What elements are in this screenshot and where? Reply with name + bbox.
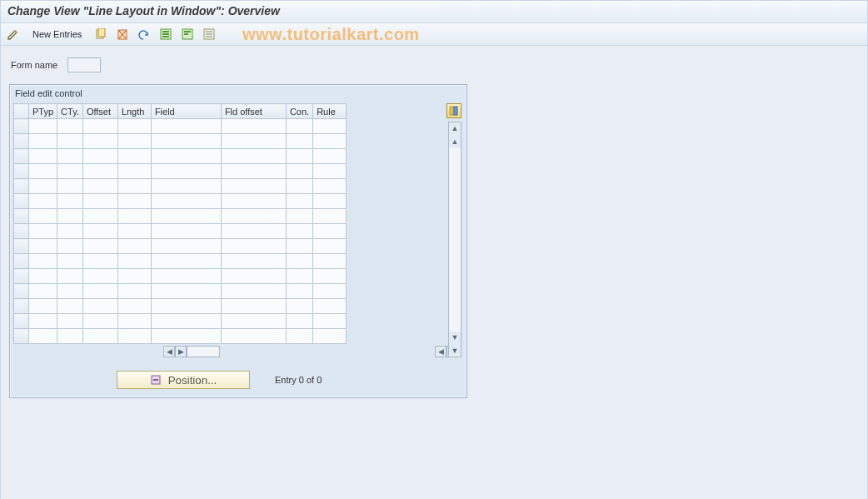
grid-cell[interactable] — [313, 149, 347, 164]
scroll-down-icon[interactable]: ▼ — [449, 345, 461, 357]
column-header[interactable]: Lngth — [117, 104, 151, 119]
row-selector[interactable] — [14, 224, 29, 239]
grid-cell[interactable] — [151, 329, 221, 344]
row-selector[interactable] — [14, 119, 29, 134]
grid-cell[interactable] — [29, 254, 57, 269]
grid-cell[interactable] — [313, 209, 347, 224]
column-header[interactable]: PTyp — [29, 104, 57, 119]
grid-cell[interactable] — [117, 164, 151, 179]
grid-cell[interactable] — [313, 224, 347, 239]
row-selector[interactable] — [14, 209, 29, 224]
field-edit-grid[interactable]: PTypCTy.OffsetLngthFieldFld offsetCon.Ru… — [13, 103, 347, 344]
row-selector[interactable] — [14, 194, 29, 209]
grid-cell[interactable] — [313, 284, 347, 299]
grid-cell[interactable] — [82, 224, 117, 239]
grid-cell[interactable] — [82, 239, 117, 254]
grid-cell[interactable] — [57, 209, 83, 224]
vertical-scrollbar[interactable]: ▲ ▲ ▼ ▼ — [448, 122, 461, 357]
grid-cell[interactable] — [313, 164, 347, 179]
grid-cell[interactable] — [29, 269, 57, 284]
grid-cell[interactable] — [117, 179, 151, 194]
new-entries-button[interactable]: New Entries — [27, 27, 87, 41]
grid-cell[interactable] — [82, 314, 117, 329]
grid-cell[interactable] — [57, 254, 83, 269]
grid-cell[interactable] — [221, 194, 286, 209]
grid-cell[interactable] — [151, 194, 221, 209]
grid-cell[interactable] — [313, 179, 347, 194]
position-button[interactable]: Position... — [117, 371, 250, 389]
grid-cell[interactable] — [151, 164, 221, 179]
deselect-all-icon[interactable] — [202, 27, 217, 42]
grid-cell[interactable] — [29, 149, 57, 164]
row-selector[interactable] — [14, 254, 29, 269]
grid-cell[interactable] — [221, 284, 286, 299]
grid-cell[interactable] — [117, 149, 151, 164]
grid-cell[interactable] — [286, 269, 312, 284]
grid-cell[interactable] — [57, 329, 83, 344]
grid-cell[interactable] — [313, 329, 347, 344]
grid-cell[interactable] — [286, 224, 312, 239]
grid-cell[interactable] — [151, 254, 221, 269]
row-selector[interactable] — [14, 269, 29, 284]
hscroll-left-icon[interactable]: ◀ — [163, 346, 175, 357]
grid-cell[interactable] — [221, 254, 286, 269]
grid-cell[interactable] — [29, 194, 57, 209]
select-block-icon[interactable] — [180, 27, 195, 42]
grid-cell[interactable] — [57, 239, 83, 254]
grid-cell[interactable] — [221, 149, 286, 164]
grid-cell[interactable] — [286, 134, 312, 149]
grid-corner[interactable] — [14, 104, 29, 119]
table-settings-icon[interactable] — [446, 103, 461, 118]
column-header[interactable]: Field — [151, 104, 221, 119]
grid-cell[interactable] — [151, 179, 221, 194]
scroll-up-icon[interactable]: ▲ — [449, 122, 461, 134]
grid-cell[interactable] — [29, 164, 57, 179]
select-all-icon[interactable] — [158, 27, 173, 42]
row-selector[interactable] — [14, 149, 29, 164]
table-row[interactable] — [14, 209, 347, 224]
grid-cell[interactable] — [82, 194, 117, 209]
grid-cell[interactable] — [313, 119, 347, 134]
grid-cell[interactable] — [151, 314, 221, 329]
grid-cell[interactable] — [151, 239, 221, 254]
grid-cell[interactable] — [29, 209, 57, 224]
column-header[interactable]: Rule — [313, 104, 347, 119]
column-header[interactable]: Fld offset — [221, 104, 286, 119]
grid-cell[interactable] — [29, 314, 57, 329]
grid-cell[interactable] — [151, 134, 221, 149]
grid-cell[interactable] — [313, 299, 347, 314]
grid-cell[interactable] — [117, 134, 151, 149]
grid-cell[interactable] — [29, 239, 57, 254]
grid-cell[interactable] — [82, 254, 117, 269]
table-row[interactable] — [14, 134, 347, 149]
grid-cell[interactable] — [29, 179, 57, 194]
grid-cell[interactable] — [221, 209, 286, 224]
grid-cell[interactable] — [29, 284, 57, 299]
table-row[interactable] — [14, 329, 347, 344]
grid-cell[interactable] — [313, 239, 347, 254]
grid-cell[interactable] — [82, 119, 117, 134]
table-row[interactable] — [14, 239, 347, 254]
hscroll-track-left[interactable] — [187, 346, 220, 357]
grid-cell[interactable] — [57, 224, 83, 239]
table-row[interactable] — [14, 284, 347, 299]
grid-cell[interactable] — [57, 134, 83, 149]
grid-cell[interactable] — [82, 134, 117, 149]
grid-cell[interactable] — [117, 314, 151, 329]
grid-cell[interactable] — [82, 149, 117, 164]
grid-cell[interactable] — [286, 119, 312, 134]
hscroll-right-icon[interactable]: ▶ — [175, 346, 187, 357]
grid-cell[interactable] — [117, 269, 151, 284]
row-selector[interactable] — [14, 134, 29, 149]
grid-cell[interactable] — [151, 284, 221, 299]
grid-cell[interactable] — [221, 119, 286, 134]
grid-cell[interactable] — [286, 299, 312, 314]
grid-cell[interactable] — [286, 194, 312, 209]
grid-cell[interactable] — [313, 194, 347, 209]
grid-cell[interactable] — [117, 254, 151, 269]
row-selector[interactable] — [14, 179, 29, 194]
grid-cell[interactable] — [82, 299, 117, 314]
grid-cell[interactable] — [313, 134, 347, 149]
grid-cell[interactable] — [286, 329, 312, 344]
row-selector[interactable] — [14, 329, 29, 344]
